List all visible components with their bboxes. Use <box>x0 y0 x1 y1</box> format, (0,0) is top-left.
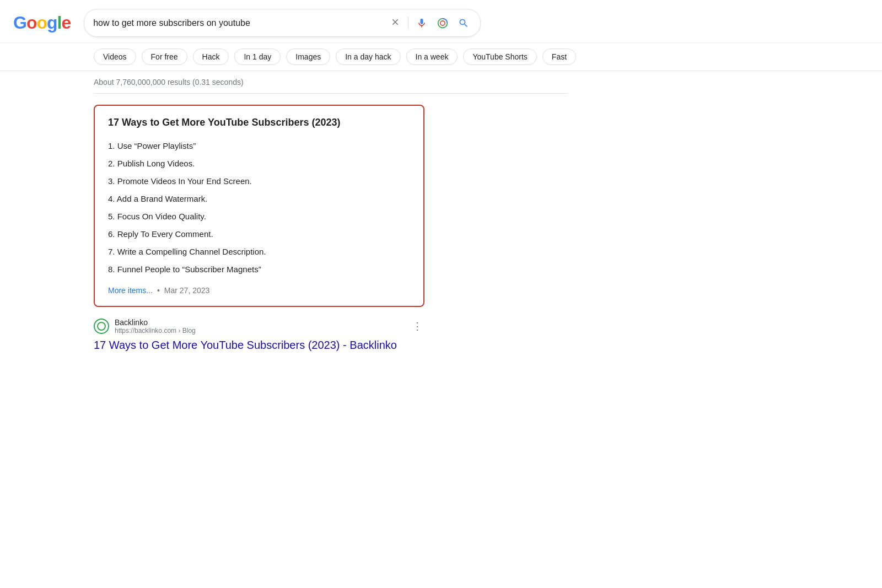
result-site-name: Backlinko <box>115 318 196 327</box>
logo-letter-l: l <box>57 13 62 33</box>
logo-letter-o1: o <box>26 13 37 33</box>
vertical-divider <box>408 17 408 30</box>
list-item: 5. Focus On Video Quality. <box>108 208 410 225</box>
featured-list: 1. Use “Power Playlists” 2. Publish Long… <box>108 137 410 278</box>
favicon <box>94 319 109 334</box>
chip-videos[interactable]: Videos <box>94 48 136 65</box>
chip-fast[interactable]: Fast <box>542 48 576 65</box>
search-bar <box>84 9 481 37</box>
results-count: About 7,760,000,000 results (0.31 second… <box>94 78 568 87</box>
result-header: Backlinko https://backlinko.com › Blog ⋮ <box>94 318 424 335</box>
logo-letter-g: G <box>13 13 26 33</box>
logo-letter-g2: g <box>47 13 57 33</box>
result-site-info: Backlinko https://backlinko.com › Blog <box>115 318 196 335</box>
result-more-options-button[interactable]: ⋮ <box>410 318 424 335</box>
filter-chips-bar: Videos For free Hack In 1 day Images In … <box>0 43 882 71</box>
logo-letter-e: e <box>61 13 71 33</box>
chip-in-a-week[interactable]: In a week <box>406 48 458 65</box>
backlinko-result: Backlinko https://backlinko.com › Blog ⋮… <box>94 318 424 352</box>
list-item: 3. Promote Videos In Your End Screen. <box>108 172 410 190</box>
list-item: 6. Reply To Every Comment. <box>108 225 410 243</box>
list-item: 2. Publish Long Videos. <box>108 155 410 172</box>
featured-snippet-box: 17 Ways to Get More YouTube Subscribers … <box>94 105 424 307</box>
header: Google <box>0 0 882 43</box>
results-area: About 7,760,000,000 results (0.31 second… <box>0 71 662 358</box>
results-divider <box>94 93 568 94</box>
separator-dot: • <box>157 286 160 295</box>
close-icon <box>390 17 400 29</box>
list-item: 4. Add a Brand Watermark. <box>108 190 410 208</box>
search-submit-button[interactable] <box>456 15 471 31</box>
lens-button[interactable] <box>435 15 450 31</box>
chip-youtube-shorts[interactable]: YouTube Shorts <box>463 48 536 65</box>
featured-date: Mar 27, 2023 <box>164 286 210 295</box>
svg-point-1 <box>440 20 445 25</box>
result-title-link[interactable]: 17 Ways to Get More YouTube Subscribers … <box>94 339 424 352</box>
more-items-row: More items... • Mar 27, 2023 <box>108 286 410 295</box>
clear-button[interactable] <box>388 15 402 31</box>
chip-in-1-day[interactable]: In 1 day <box>234 48 281 65</box>
list-item: 1. Use “Power Playlists” <box>108 137 410 155</box>
search-input[interactable] <box>93 18 381 28</box>
more-items-link[interactable]: More items... <box>108 286 153 295</box>
mic-button[interactable] <box>414 15 429 31</box>
list-item: 8. Funnel People to “Subscriber Magnets” <box>108 261 410 278</box>
favicon-inner <box>97 322 106 331</box>
chip-images[interactable]: Images <box>286 48 330 65</box>
logo-letter-o2: o <box>36 13 47 33</box>
google-logo: Google <box>13 13 71 33</box>
featured-title: 17 Ways to Get More YouTube Subscribers … <box>108 117 410 128</box>
search-icons <box>388 15 471 31</box>
list-item: 7. Write a Compelling Channel Descriptio… <box>108 243 410 261</box>
chip-in-a-day-hack[interactable]: In a day hack <box>336 48 400 65</box>
more-options-icon: ⋮ <box>412 321 422 332</box>
chip-hack[interactable]: Hack <box>193 48 229 65</box>
result-url: https://backlinko.com › Blog <box>115 327 196 335</box>
chip-for-free[interactable]: For free <box>142 48 187 65</box>
